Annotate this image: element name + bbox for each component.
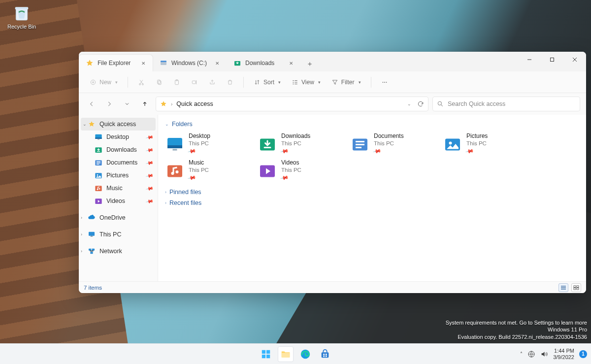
sidebar-item-label: Pictures: [106, 172, 129, 179]
sidebar-item-label: Music: [106, 185, 123, 192]
pin-icon: 📌: [372, 147, 382, 156]
explorer-body: ⌄ Quick access Desktop📌Downloads📌Documen…: [79, 115, 586, 281]
documents-icon: [95, 159, 102, 166]
group-pinned-files[interactable]: ›Pinned files: [165, 189, 579, 196]
thumbnails-view-button[interactable]: [571, 283, 581, 292]
folder-downloads[interactable]: Downloads This PC 📌: [258, 132, 344, 156]
recycle-bin[interactable]: Recycle Bin: [5, 3, 38, 30]
back-button[interactable]: [85, 97, 98, 111]
svg-point-8: [139, 83, 141, 85]
refresh-button[interactable]: [417, 100, 424, 107]
sidebar-item-network[interactable]: ›Network: [79, 245, 158, 258]
svg-point-15: [382, 82, 383, 83]
forward-button[interactable]: [102, 97, 116, 111]
svg-rect-49: [167, 165, 182, 177]
svg-rect-61: [282, 353, 290, 357]
chevron-down-icon[interactable]: ⌄: [407, 101, 411, 106]
maximize-button[interactable]: [541, 52, 563, 67]
folder-pictures[interactable]: Pictures This PC 📌: [443, 132, 529, 156]
sort-button[interactable]: Sort ▾: [251, 77, 284, 88]
svg-rect-54: [577, 286, 579, 288]
view-label: View: [301, 79, 314, 86]
tab-downloads[interactable]: Downloads ✕: [227, 55, 300, 71]
desktop-icon: [166, 135, 184, 153]
minimize-button[interactable]: [518, 52, 541, 67]
taskbar-file-explorer[interactable]: [278, 346, 294, 362]
view-button[interactable]: View ▾: [289, 77, 324, 88]
chevron-down-icon: ▾: [278, 80, 281, 85]
svg-rect-56: [577, 288, 579, 290]
sidebar-item-videos[interactable]: Videos📌: [79, 195, 158, 207]
chevron-down-icon: ▾: [359, 80, 361, 85]
svg-rect-3: [161, 61, 166, 62]
item-count: 7 items: [84, 285, 102, 291]
pin-icon: 📌: [146, 159, 154, 166]
svg-rect-24: [97, 161, 100, 162]
group-recent-files[interactable]: ›Recent files: [165, 199, 579, 206]
sidebar-item-documents[interactable]: Documents📌: [79, 156, 158, 169]
svg-rect-45: [356, 144, 364, 145]
star-icon: [86, 59, 94, 67]
folder-documents[interactable]: Documents This PC 📌: [350, 132, 437, 156]
sidebar-item-desktop[interactable]: Desktop📌: [79, 131, 158, 143]
svg-point-31: [99, 188, 100, 190]
details-view-button[interactable]: [558, 283, 568, 292]
svg-rect-60: [266, 354, 270, 358]
taskbar-edge[interactable]: [297, 346, 313, 362]
paste-button[interactable]: [170, 77, 183, 88]
breadcrumb[interactable]: Quick access: [176, 100, 213, 107]
new-button[interactable]: New ▾: [87, 77, 121, 88]
more-button[interactable]: [378, 77, 391, 88]
delete-button[interactable]: [224, 77, 236, 88]
search-box[interactable]: Search Quick access: [432, 97, 580, 111]
drive-icon: [160, 59, 167, 67]
svg-point-28: [97, 174, 98, 176]
share-button[interactable]: [206, 77, 219, 88]
sidebar-item-downloads[interactable]: Downloads📌: [79, 143, 158, 156]
documents-icon: [351, 135, 369, 153]
folder-location: This PC: [281, 166, 301, 173]
tab-close-button[interactable]: ✕: [139, 59, 148, 67]
tab-close-button[interactable]: ✕: [213, 59, 222, 67]
tab-file-explorer[interactable]: File Explorer ✕: [79, 55, 153, 71]
tab-windows-c[interactable]: Windows (C:) ✕: [153, 55, 227, 71]
cut-button[interactable]: [135, 77, 148, 88]
group-folders[interactable]: ⌄Folders: [165, 121, 579, 128]
start-button[interactable]: [258, 346, 274, 362]
tray-overflow-button[interactable]: ˄: [520, 351, 523, 357]
folder-desktop[interactable]: Desktop This PC 📌: [165, 132, 252, 156]
svg-rect-2: [161, 62, 166, 65]
clock[interactable]: 1:44 PM 3/9/2022: [553, 348, 574, 360]
address-bar[interactable]: › Quick access ⌄: [156, 97, 428, 111]
new-tab-button[interactable]: ＋: [302, 57, 317, 71]
taskbar-store[interactable]: [317, 346, 333, 362]
svg-rect-37: [92, 249, 95, 251]
folder-name: Pictures: [466, 132, 488, 140]
navigation-pane: ⌄ Quick access Desktop📌Downloads📌Documen…: [79, 115, 158, 281]
volume-icon[interactable]: [540, 350, 548, 358]
pin-icon: 📌: [146, 146, 154, 154]
up-button[interactable]: [138, 97, 152, 111]
folder-videos[interactable]: Videos This PC 📌: [258, 158, 344, 183]
sidebar-item-this-pc[interactable]: ›This PC: [79, 228, 158, 241]
tab-close-button[interactable]: ✕: [287, 59, 296, 67]
close-button[interactable]: [563, 52, 586, 67]
sidebar-item-onedrive[interactable]: ›OneDrive: [79, 211, 158, 224]
notification-badge[interactable]: 1: [579, 350, 587, 358]
folder-location: This PC: [466, 140, 488, 147]
sidebar-item-pictures[interactable]: Pictures📌: [79, 169, 158, 182]
onedrive-icon: [88, 214, 96, 222]
sidebar-item-quick-access[interactable]: ⌄ Quick access: [81, 118, 156, 131]
filter-button[interactable]: Filter ▾: [328, 77, 364, 88]
folder-location: This PC: [189, 140, 210, 147]
svg-rect-40: [167, 145, 182, 148]
svg-rect-29: [95, 186, 101, 191]
sidebar-item-music[interactable]: Music📌: [79, 182, 158, 195]
rename-button[interactable]: [188, 77, 201, 88]
recent-button[interactable]: [120, 97, 134, 111]
network-icon[interactable]: [527, 350, 535, 358]
folder-music[interactable]: Music This PC 📌: [165, 158, 252, 183]
copy-button[interactable]: [153, 77, 165, 88]
svg-rect-57: [262, 350, 265, 353]
sidebar-item-label: Quick access: [99, 121, 136, 128]
